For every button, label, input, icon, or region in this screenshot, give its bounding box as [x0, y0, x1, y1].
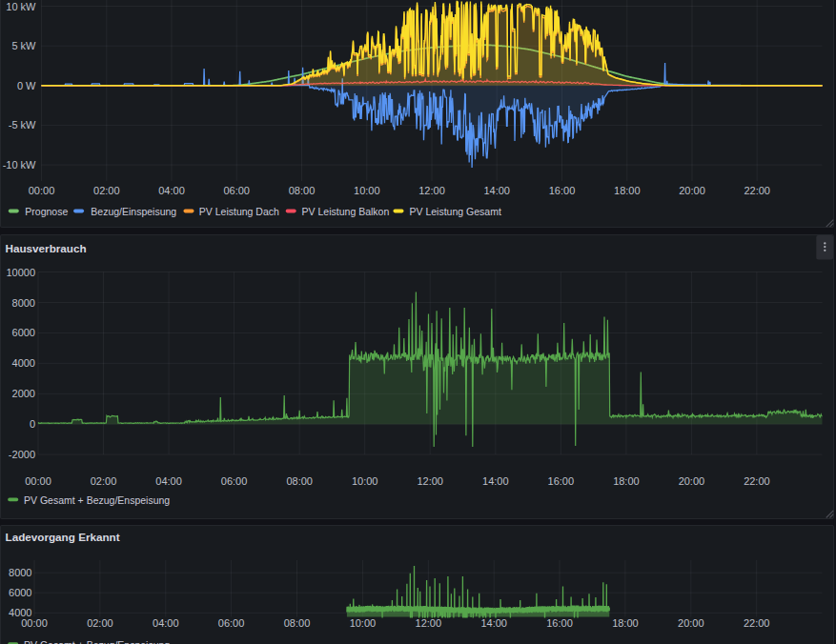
svg-text:8000: 8000 [12, 297, 35, 309]
svg-text:04:00: 04:00 [153, 617, 179, 629]
svg-text:Hausverbrauch: Hausverbrauch [6, 242, 87, 254]
svg-text:06:00: 06:00 [223, 185, 250, 196]
svg-text:00:00: 00:00 [21, 617, 48, 629]
svg-text:18:00: 18:00 [612, 617, 639, 629]
svg-text:08:00: 08:00 [284, 617, 311, 629]
svg-text:8000: 8000 [9, 567, 31, 578]
svg-text:04:00: 04:00 [155, 475, 182, 487]
svg-text:12:00: 12:00 [418, 185, 445, 196]
svg-text:PV Gesamt + Bezug/Enspeisung: PV Gesamt + Bezug/Enspeisung [24, 639, 170, 644]
svg-text:PV Gesamt + Bezug/Enspeisung: PV Gesamt + Bezug/Enspeisung [24, 494, 170, 506]
svg-text:Ladevorgang Erkannt: Ladevorgang Erkannt [6, 531, 120, 543]
svg-text:00:00: 00:00 [29, 185, 55, 196]
svg-text:10000: 10000 [6, 267, 35, 278]
svg-text:00:00: 00:00 [25, 475, 51, 487]
svg-text:02:00: 02:00 [93, 185, 120, 196]
svg-text:20:00: 20:00 [679, 185, 705, 196]
svg-text:02:00: 02:00 [91, 475, 117, 487]
svg-text:10:00: 10:00 [350, 617, 377, 629]
svg-text:Bezug/Einspeisung: Bezug/Einspeisung [91, 206, 176, 217]
svg-text:10:00: 10:00 [352, 475, 378, 487]
svg-text:20:00: 20:00 [678, 617, 704, 629]
svg-text:10:00: 10:00 [354, 185, 380, 196]
svg-text:-2000: -2000 [9, 449, 35, 460]
svg-text:10 kW: 10 kW [6, 1, 36, 12]
svg-text:0: 0 [30, 418, 35, 430]
svg-text:16:00: 16:00 [546, 617, 573, 629]
svg-text:14:00: 14:00 [480, 617, 507, 629]
svg-text:20:00: 20:00 [679, 475, 705, 487]
svg-text:18:00: 18:00 [613, 475, 640, 487]
svg-text:18:00: 18:00 [614, 185, 641, 196]
svg-text:22:00: 22:00 [744, 475, 770, 487]
svg-text:04:00: 04:00 [158, 185, 185, 196]
svg-text:0 W: 0 W [17, 80, 36, 91]
svg-text:08:00: 08:00 [289, 185, 316, 196]
svg-text:6000: 6000 [9, 587, 31, 598]
svg-text:6000: 6000 [12, 327, 35, 338]
svg-text:14:00: 14:00 [482, 475, 509, 487]
svg-text:Prognose: Prognose [25, 206, 68, 217]
svg-text:02:00: 02:00 [87, 617, 113, 629]
svg-text:16:00: 16:00 [549, 185, 576, 196]
svg-text:16:00: 16:00 [548, 475, 575, 487]
svg-text:12:00: 12:00 [417, 475, 443, 487]
svg-text:4000: 4000 [12, 357, 35, 369]
svg-text:-10 kW: -10 kW [3, 159, 36, 171]
svg-text:PV Leistung Gesamt: PV Leistung Gesamt [410, 206, 501, 217]
svg-text:22:00: 22:00 [744, 617, 770, 629]
svg-text:2000: 2000 [12, 388, 35, 399]
svg-text:14:00: 14:00 [483, 185, 510, 196]
svg-text:5 kW: 5 kW [11, 40, 36, 51]
svg-text:PV Leistung Dach: PV Leistung Dach [199, 206, 279, 217]
svg-text:22:00: 22:00 [744, 185, 770, 196]
svg-text:-5 kW: -5 kW [9, 119, 36, 131]
svg-text:12:00: 12:00 [416, 617, 442, 629]
svg-text:PV Leistung Balkon: PV Leistung Balkon [302, 206, 390, 217]
svg-text:06:00: 06:00 [218, 617, 245, 629]
svg-text:08:00: 08:00 [286, 475, 313, 487]
svg-text:06:00: 06:00 [221, 475, 248, 487]
